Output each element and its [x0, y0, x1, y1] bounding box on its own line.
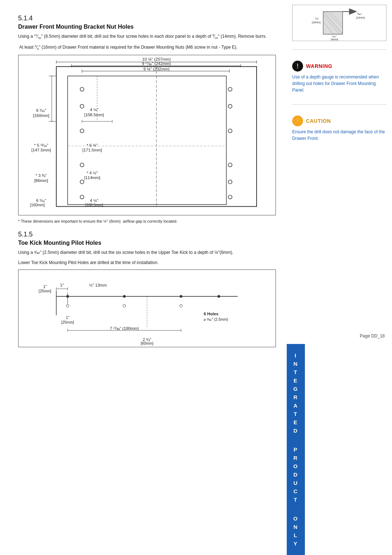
tab-letter-r2: R — [293, 455, 298, 461]
tab-letter-r: R — [293, 394, 298, 400]
right-sidebar: ⁵⁄₈" [18mm] ⁹⁄₁₆" [14mm] ¹⁄₁₆" [4mm] ! W… — [287, 0, 392, 555]
tab-letter-e2: E — [294, 419, 298, 425]
svg-text:9 ¹⁷⁄₃₂" (242mm): 9 ¹⁷⁄₃₂" (242mm) — [142, 61, 171, 66]
tab-spacer2 — [295, 506, 297, 512]
svg-text:[25mm]: [25mm] — [61, 320, 74, 324]
diagram-515: 1" 1" [25mm] ½" 13mm 1" [25mm] 7 ¹⁵⁄₃₂" … — [18, 270, 276, 347]
warning-box: ! WARNING Use of a depth gauge is recomm… — [292, 61, 387, 93]
diagram-note-514: * These dimensions are important to ensu… — [18, 219, 276, 223]
warning-icon: ! — [292, 61, 303, 72]
section-title-515: Toe Kick Mounting Pilot Holes — [18, 240, 276, 246]
section-number-515: 5.1.5 — [18, 231, 276, 238]
svg-text:[108.5mm]: [108.5mm] — [85, 203, 103, 207]
svg-text:[160mm]: [160mm] — [30, 203, 45, 207]
caution-text: Ensure the drill does not damage the fac… — [292, 129, 387, 142]
svg-text:½" 13mm: ½" 13mm — [89, 283, 107, 287]
section-body-514-2: At least 5⁄8" (16mm) of Drawer Front mat… — [18, 44, 276, 51]
section-title-514: Drawer Front Mounting Bracket Nut Holes — [18, 24, 276, 30]
tab-letter-p: P — [294, 446, 298, 453]
svg-text:7 ¹⁵⁄₃₂" (190mm): 7 ¹⁵⁄₃₂" (190mm) — [110, 326, 139, 331]
small-diagram: ⁵⁄₈" [18mm] ⁹⁄₁₆" [14mm] ¹⁄₁₆" [4mm] — [292, 5, 387, 41]
svg-text:[160mm]: [160mm] — [33, 113, 49, 118]
svg-rect-14 — [68, 76, 226, 204]
tab-letter-t3: T — [294, 497, 298, 503]
diagram-514-svg: 10 ⅛" (257mm) 9 ¹⁷⁄₃₂" (242mm) 9 ⅛" (232… — [19, 55, 275, 214]
warning-text: Use of a depth gauge is recommended when… — [292, 74, 387, 93]
svg-point-77 — [180, 305, 182, 307]
svg-text:[86mm]: [86mm] — [34, 178, 48, 183]
sidebar-content: ⁵⁄₈" [18mm] ⁹⁄₁₆" [14mm] ¹⁄₁₆" [4mm] ! W… — [287, 0, 392, 344]
divider-1 — [292, 49, 387, 50]
tab-letter-u: U — [293, 480, 298, 486]
svg-text:¹⁄₁₆": ¹⁄₁₆" — [332, 35, 337, 38]
section-body-515-1: Using a ³⁄₃₂" (2.5mm) diameter drill bit… — [18, 249, 276, 256]
svg-point-43 — [228, 88, 232, 91]
tab-letter-l: L — [294, 532, 298, 538]
svg-point-41 — [80, 105, 84, 108]
tab-letter-g: G — [293, 386, 298, 392]
caution-header: ! CAUTION — [292, 116, 387, 126]
divider-2 — [292, 104, 387, 105]
svg-text:9 ⅛" (232mm): 9 ⅛" (232mm) — [143, 67, 170, 71]
svg-text:[147.5mm]: [147.5mm] — [31, 148, 51, 153]
svg-text:[14mm]: [14mm] — [356, 16, 365, 19]
svg-point-76 — [123, 305, 126, 307]
tab-letter-c: C — [293, 488, 298, 494]
svg-point-75 — [66, 305, 69, 307]
svg-point-74 — [217, 295, 220, 298]
section-515: 5.1.5 Toe Kick Mounting Pilot Holes Usin… — [18, 231, 276, 347]
section-body-515-2: Lower Toe Kick Mounting Pilot Holes are … — [18, 259, 276, 266]
small-diagram-svg: ⁵⁄₈" [18mm] ⁹⁄₁₆" [14mm] ¹⁄₁₆" [4mm] — [293, 5, 386, 41]
svg-text:2 ³⁄₈": 2 ³⁄₈" — [143, 337, 151, 342]
page-footer: Page DD_18 — [287, 330, 392, 342]
svg-point-45 — [228, 129, 232, 133]
svg-text:[25mm]: [25mm] — [39, 289, 52, 293]
tab-letter-t2: T — [294, 411, 298, 417]
page-label: Page DD_18 — [360, 333, 385, 339]
diagram-514: 10 ⅛" (257mm) 9 ¹⁷⁄₃₂" (242mm) 9 ⅛" (232… — [18, 55, 276, 215]
tab-letter-o: O — [293, 463, 298, 469]
tab-letter-t: T — [294, 369, 298, 375]
svg-text:⁵⁄₈": ⁵⁄₈" — [315, 17, 319, 20]
svg-text:* 3 ³⁄₈": * 3 ³⁄₈" — [36, 173, 47, 178]
tab-letter-y: Y — [294, 540, 298, 547]
svg-point-73 — [180, 295, 182, 298]
svg-text:6 ⁵⁄₁₆": 6 ⁵⁄₁₆" — [36, 108, 46, 113]
svg-point-44 — [228, 105, 232, 108]
svg-point-46 — [80, 163, 84, 167]
svg-point-51 — [228, 195, 232, 199]
svg-text:6 Holes: 6 Holes — [204, 312, 219, 316]
svg-text:[18mm]: [18mm] — [312, 21, 320, 24]
tab-letter-n: N — [293, 524, 298, 530]
svg-text:[108.5mm]: [108.5mm] — [84, 113, 104, 117]
diagram-515-svg: 1" 1" [25mm] ½" 13mm 1" [25mm] 7 ¹⁵⁄₃₂" … — [19, 270, 275, 345]
svg-text:* 6 ¾": * 6 ¾" — [87, 143, 98, 147]
svg-text:[114mm]: [114mm] — [84, 176, 101, 180]
svg-point-47 — [80, 180, 84, 184]
svg-point-48 — [80, 195, 84, 199]
svg-point-49 — [228, 163, 232, 167]
svg-text:1": 1" — [43, 284, 47, 289]
svg-text:⌀ ³⁄₃₂" (2.5mm): ⌀ ³⁄₃₂" (2.5mm) — [204, 317, 228, 321]
caution-icon: ! — [292, 116, 303, 126]
blue-tab: I N T E G R A T E D P R O D U C T O N L … — [287, 344, 305, 555]
svg-text:[60mm]: [60mm] — [141, 342, 154, 346]
svg-point-50 — [228, 180, 232, 184]
svg-point-71 — [66, 295, 69, 298]
svg-point-42 — [80, 129, 84, 133]
section-body-514-1: Using a 11⁄32" (8.5mm) diameter drill bi… — [18, 33, 276, 40]
svg-text:⁹⁄₁₆": ⁹⁄₁₆" — [357, 12, 362, 16]
svg-text:[171.5mm]: [171.5mm] — [82, 148, 102, 153]
svg-text:1": 1" — [66, 316, 70, 320]
svg-text:* 4 ½": * 4 ½" — [87, 171, 98, 175]
svg-text:10 ⅛" (257mm): 10 ⅛" (257mm) — [142, 57, 171, 61]
warning-header: ! WARNING — [292, 61, 387, 72]
tab-letter-n: N — [293, 361, 298, 367]
tab-letter-a: A — [293, 402, 298, 409]
warning-label: WARNING — [306, 63, 332, 69]
section-number-514: 5.1.4 — [18, 15, 276, 22]
svg-text:* 5 ¹³⁄₁₆": * 5 ¹³⁄₁₆" — [34, 143, 48, 147]
tab-letter-e1: E — [294, 377, 298, 384]
section-514: 5.1.4 Drawer Front Mounting Bracket Nut … — [18, 15, 276, 223]
main-content: 5.1.4 Drawer Front Mounting Bracket Nut … — [0, 0, 287, 555]
